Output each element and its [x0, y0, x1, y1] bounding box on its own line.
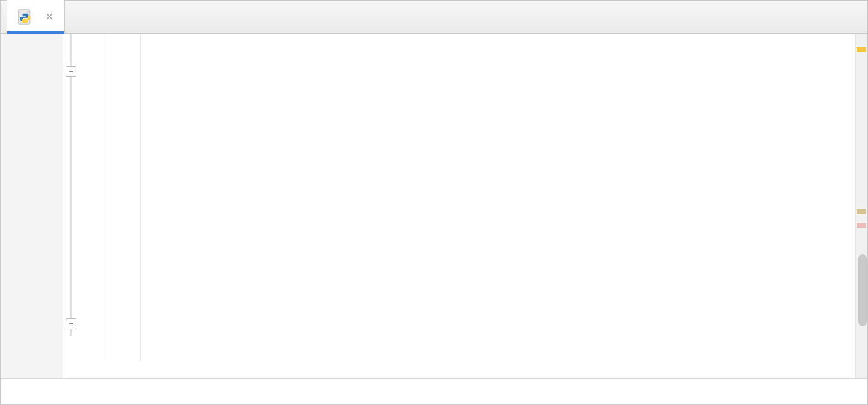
tab-bar: ×	[1, 1, 867, 34]
stripe-marker[interactable]	[857, 223, 866, 228]
editor-tab[interactable]: ×	[7, 0, 65, 33]
indent-guide	[140, 34, 141, 362]
error-stripe[interactable]	[855, 34, 867, 378]
close-icon[interactable]: ×	[46, 9, 53, 25]
ide-window: ×	[0, 0, 868, 405]
python-file-icon	[17, 8, 34, 25]
line-gutter	[1, 34, 63, 378]
stripe-marker[interactable]	[857, 209, 866, 214]
scrollbar-thumb[interactable]	[858, 254, 867, 326]
breadcrumb	[1, 378, 867, 404]
indent-guide	[102, 34, 102, 362]
code-area[interactable]	[63, 34, 867, 378]
stripe-marker[interactable]	[857, 47, 866, 52]
code-editor[interactable]	[1, 34, 867, 378]
